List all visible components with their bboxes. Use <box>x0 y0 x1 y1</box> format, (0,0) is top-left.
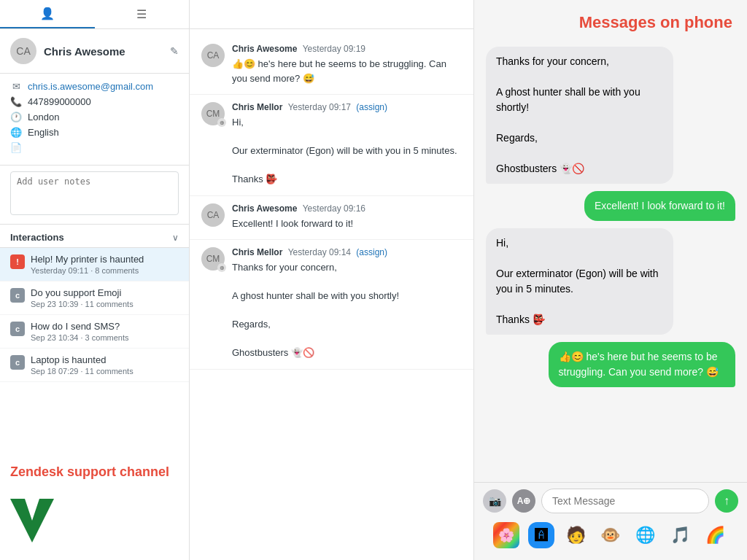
avatar-initials: CM <box>206 254 220 264</box>
msg-sender: Chris Awesome <box>232 203 297 214</box>
msg-avatar: CA <box>201 44 225 67</box>
interaction-title: How do I send SMS? <box>31 321 179 332</box>
msg-text: 👍😊 he's here but he seems to be struggli… <box>232 57 462 85</box>
email-link[interactable]: chris.is.awesome@gmail.com <box>28 81 153 92</box>
msg-avatar: CA <box>201 203 225 227</box>
zendesk-annotation: Zendesk support channel <box>10 464 169 480</box>
assign-link[interactable]: (assign) <box>356 247 387 257</box>
list-item[interactable]: c Do you support Emoji Sep 23 10:39 · 11… <box>0 281 189 315</box>
globe-icon: 🌐 <box>10 127 22 138</box>
contact-phone-row: 📞 447899000000 <box>10 96 179 107</box>
clock-icon: 🕐 <box>10 112 22 122</box>
msg-time: Yesterday 09:17 <box>288 102 351 112</box>
msg-body: Chris Awesome Yesterday 09:19 👍😊 he's he… <box>232 44 462 85</box>
msg-avatar: CM ⊕ <box>201 247 225 271</box>
avatar-initials: CA <box>207 50 220 61</box>
interaction-meta: Yesterday 09:11 · 8 comments <box>31 266 179 275</box>
text-message-input[interactable] <box>541 489 709 513</box>
tab-contact[interactable]: 👤 <box>0 0 95 28</box>
photos-icon[interactable]: 🌸 <box>493 522 519 548</box>
phone-bottom-icons: 🌸 🅰 🧑 🐵 🌐 🎵 🌈 <box>483 518 738 554</box>
svg-marker-0 <box>10 499 54 542</box>
contact-location-row: 🕐 London <box>10 112 179 122</box>
notes-input[interactable] <box>10 171 179 215</box>
msg-sender: Chris Awesome <box>232 44 297 54</box>
interactions-title: Interactions <box>10 232 64 243</box>
msg-body: Chris Mellor Yesterday 09:14 (assign) Th… <box>232 247 462 360</box>
chat-messages: CA Chris Awesome Yesterday 09:19 👍😊 he's… <box>190 29 473 560</box>
assign-badge: ⊕ <box>217 263 226 272</box>
message-block: CA Chris Awesome Yesterday 09:19 👍😊 he's… <box>190 36 473 95</box>
music-icon[interactable]: 🎵 <box>667 522 693 548</box>
rainbow-circle-icon[interactable]: 🌈 <box>702 522 728 548</box>
contact-header: CA Chris Awesome ✎ <box>0 29 189 74</box>
msg-time: Yesterday 09:19 <box>303 44 365 54</box>
interaction-content: How do I send SMS? Sep 23 10:34 · 3 comm… <box>31 321 179 342</box>
msg-text: Hi,Our exterminator (Egon) will be with … <box>232 115 462 187</box>
phone-icon: 📞 <box>10 96 22 107</box>
bubble-right: 👍😊 he's here but he seems to be struggli… <box>549 342 736 387</box>
msg-text: Thanks for your concern,A ghost hunter s… <box>232 260 462 360</box>
send-button[interactable]: ↑ <box>715 489 738 513</box>
message-block: CM ⊕ Chris Mellor Yesterday 09:17 (assig… <box>190 95 473 196</box>
interaction-title: Help! My printer is haunted <box>31 254 179 265</box>
phone-input-row: 📷 A⊕ ↑ <box>483 489 738 513</box>
avatar-initials: CA <box>207 210 220 220</box>
message-block: CM ⊕ Chris Mellor Yesterday 09:14 (assig… <box>190 240 473 370</box>
globe-icon[interactable]: 🌐 <box>632 522 659 548</box>
tab-menu[interactable]: ☰ <box>95 0 190 28</box>
interaction-content: Laptop is haunted Sep 18 07:29 · 11 comm… <box>31 354 179 376</box>
interaction-badge: c <box>10 288 25 303</box>
msg-meta: Chris Mellor Yesterday 09:14 (assign) <box>232 247 462 257</box>
phone-input-area: 📷 A⊕ ↑ 🌸 🅰 🧑 🐵 🌐 🎵 🌈 <box>474 482 747 560</box>
camera-button[interactable]: 📷 <box>483 489 506 513</box>
msg-body: Chris Mellor Yesterday 09:17 (assign) Hi… <box>232 102 462 187</box>
email-icon: ✉ <box>10 81 22 92</box>
appstore-icon[interactable]: 🅰 <box>528 522 554 548</box>
msg-body: Chris Awesome Yesterday 09:16 Excellent!… <box>232 203 462 231</box>
msg-avatar: CM ⊕ <box>201 102 225 125</box>
chevron-down-icon[interactable]: ∨ <box>172 233 179 243</box>
notes-area <box>0 166 189 225</box>
v-logo <box>10 499 54 545</box>
list-item[interactable]: c How do I send SMS? Sep 23 10:34 · 3 co… <box>0 315 189 349</box>
list-item[interactable]: c Laptop is haunted Sep 18 07:29 · 11 co… <box>0 349 189 382</box>
msg-meta: Chris Awesome Yesterday 09:16 <box>232 203 462 214</box>
bubble-left: Hi,Our exterminator (Egon) will be with … <box>486 228 673 335</box>
bubble-left: Thanks for your concern,A ghost hunter s… <box>486 47 673 184</box>
phone-annotation: Messages on phone <box>474 0 747 39</box>
avatar-initials: CM <box>206 109 220 119</box>
msg-meta: Chris Mellor Yesterday 09:17 (assign) <box>232 102 462 112</box>
interaction-badge: c <box>10 355 25 370</box>
location-value: London <box>28 112 59 122</box>
interaction-content: Help! My printer is haunted Yesterday 09… <box>31 254 179 275</box>
sidebar-tabs: 👤 ☰ <box>0 0 189 29</box>
interactions-section: Interactions ∨ <box>0 225 189 248</box>
phone-panel: Messages on phone Thanks for your concer… <box>474 0 747 560</box>
memoji-icon[interactable]: 🧑 <box>562 522 589 548</box>
chat-panel: CA Chris Awesome Yesterday 09:19 👍😊 he's… <box>190 0 474 560</box>
msg-sender: Chris Mellor <box>232 102 282 112</box>
monkey-icon[interactable]: 🐵 <box>597 522 624 548</box>
avatar: CA <box>10 38 36 64</box>
app-store-button[interactable]: A⊕ <box>512 489 535 513</box>
msg-meta: Chris Awesome Yesterday 09:19 <box>232 44 462 54</box>
msg-time: Yesterday 09:14 <box>288 247 351 257</box>
interaction-title: Laptop is haunted <box>31 354 179 365</box>
doc-icon: 📄 <box>10 142 22 153</box>
msg-time: Yesterday 09:16 <box>303 203 365 214</box>
msg-sender: Chris Mellor <box>232 247 282 257</box>
phone-messages: Thanks for your concern,A ghost hunter s… <box>474 39 747 482</box>
interaction-content: Do you support Emoji Sep 23 10:39 · 11 c… <box>31 287 179 308</box>
sidebar: 👤 ☰ CA Chris Awesome ✎ ✉ chris.is.awesom… <box>0 0 190 560</box>
contact-info: ✉ chris.is.awesome@gmail.com 📞 447899000… <box>0 74 189 166</box>
assign-link[interactable]: (assign) <box>356 102 387 112</box>
assign-badge: ⊕ <box>217 118 226 127</box>
list-item[interactable]: ! Help! My printer is haunted Yesterday … <box>0 248 189 281</box>
interaction-meta: Sep 23 10:34 · 3 comments <box>31 333 179 342</box>
edit-icon[interactable]: ✎ <box>170 45 179 57</box>
chat-header <box>190 0 473 29</box>
phone-value: 447899000000 <box>28 96 91 107</box>
interaction-badge-active: ! <box>10 254 25 269</box>
contact-name: Chris Awesome <box>44 45 163 58</box>
